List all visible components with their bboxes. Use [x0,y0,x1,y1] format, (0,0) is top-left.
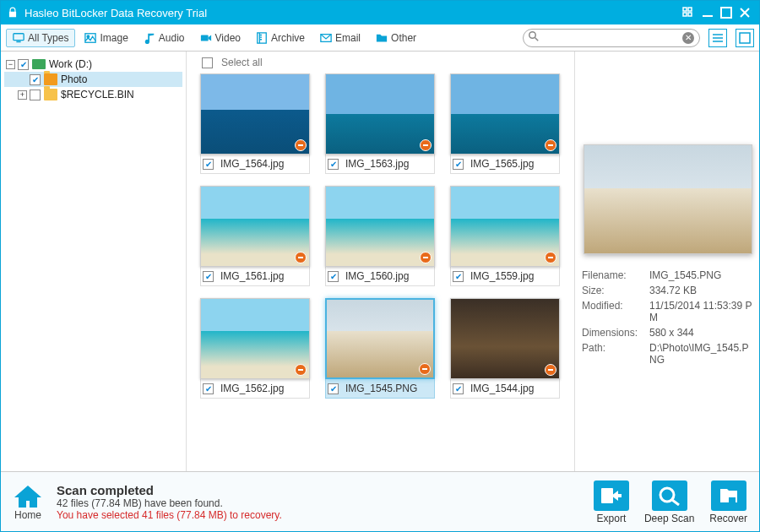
svg-rect-2 [683,13,687,16]
grid-view-icon[interactable] [736,29,754,47]
deep-scan-icon [652,480,687,511]
thumbnail-image[interactable] [325,298,435,379]
thumbnail-item[interactable]: IMG_1559.jpg [450,186,560,286]
checkbox[interactable] [202,57,213,68]
thumbnail-filename: IMG_1559.jpg [470,270,534,282]
preview-pane: Filename:IMG_1545.PNGSize:334.72 KBModif… [575,52,759,471]
warning-badge-icon [295,139,307,151]
export-button[interactable]: Export [594,480,629,524]
filter-label: Other [391,32,416,44]
thumbnail-image[interactable] [450,73,560,155]
music-note-icon [144,32,155,44]
archive-icon [256,32,268,44]
thumbnail-image[interactable] [200,186,310,267]
thumbnail-name-row: IMG_1545.PNG [325,379,435,399]
thumbnail-grid[interactable]: IMG_1564.jpgIMG_1563.jpgIMG_1565.jpgIMG_… [187,73,574,471]
folder-icon [376,32,388,44]
preview-image [584,144,752,254]
meta-row: Dimensions:580 x 344 [582,327,752,339]
checkbox[interactable] [453,271,464,282]
svg-rect-0 [683,8,687,11]
warning-badge-icon [295,364,307,376]
thumbnail-item[interactable]: IMG_1561.jpg [200,186,310,286]
thumbnail-item[interactable]: IMG_1565.jpg [450,73,560,174]
checkbox[interactable] [18,59,29,70]
filter-archive[interactable]: Archive [250,30,311,46]
home-button[interactable]: Home [13,484,43,521]
checkbox[interactable] [328,271,339,282]
filter-label: All Types [28,32,68,44]
thumbnail-item[interactable]: IMG_1563.jpg [325,73,435,174]
svg-rect-4 [703,15,713,17]
tree-folder-photo[interactable]: Photo [4,72,182,87]
warning-badge-icon [420,252,432,263]
warning-badge-icon [295,252,307,263]
thumbnail-filename: IMG_1560.jpg [345,270,409,282]
thumbnail-image[interactable] [450,186,560,267]
thumbnail-image[interactable] [325,186,435,267]
monitor-icon [13,32,24,44]
thumbnail-filename: IMG_1561.jpg [220,270,284,282]
thumbnail-item[interactable]: IMG_1562.jpg [200,298,310,399]
checkbox[interactable] [203,271,214,282]
thumbnail-item[interactable]: IMG_1545.PNG [325,298,435,399]
svg-rect-7 [16,41,20,42]
search-box[interactable]: ✕ [523,29,700,47]
search-input[interactable] [542,32,682,44]
meta-key: Filename: [582,269,649,281]
checkbox[interactable] [30,90,41,100]
filter-image[interactable]: Image [79,30,133,46]
thumbnail-filename: IMG_1564.jpg [220,158,284,170]
thumbnail-image[interactable] [200,73,310,155]
tree-folder-recycle[interactable]: + $RECYCLE.BIN [4,87,182,102]
thumbnail-filename: IMG_1565.jpg [470,158,534,170]
folder-icon [44,89,57,100]
filter-label: Archive [271,32,305,44]
folder-icon [44,73,57,85]
filter-email[interactable]: Email [314,30,366,46]
thumbnail-item[interactable]: IMG_1564.jpg [200,73,310,174]
tree-drive[interactable]: − Work (D:) [4,57,182,72]
maximize-icon[interactable] [717,3,736,22]
checkbox[interactable] [328,159,339,170]
minimize-icon[interactable] [698,3,717,22]
filter-all-types[interactable]: All Types [6,29,75,47]
checkbox[interactable] [328,383,339,394]
menu-icon[interactable] [680,3,698,22]
filter-other[interactable]: Other [370,30,422,46]
clear-icon[interactable]: ✕ [682,32,694,44]
checkbox[interactable] [453,159,464,170]
list-view-icon[interactable] [708,29,727,47]
checkbox[interactable] [203,159,214,170]
warning-badge-icon [545,139,556,151]
thumbnail-image[interactable] [450,298,560,379]
svg-point-16 [660,488,674,502]
filter-video[interactable]: Video [194,30,247,46]
email-icon [320,32,332,44]
select-all-row[interactable]: Select all [187,52,574,73]
close-icon[interactable] [736,3,754,22]
filter-label: Image [100,32,128,44]
meta-value: 11/15/2014 11:53:39 PM [649,300,752,323]
meta-row: Path:D:\Photo\IMG_1545.PNG [582,342,752,366]
status-heading: Scan completed [57,483,578,497]
expand-icon[interactable]: + [18,90,27,100]
filter-audio[interactable]: Audio [138,30,191,46]
checkbox[interactable] [203,383,214,394]
drive-icon [32,59,46,69]
svg-rect-17 [729,497,736,502]
checkbox[interactable] [30,74,41,85]
thumbnail-name-row: IMG_1563.jpg [325,155,435,174]
thumbnail-item[interactable]: IMG_1560.jpg [325,186,435,286]
thumbnail-item[interactable]: IMG_1544.jpg [450,298,560,399]
meta-row: Size:334.72 KB [582,285,752,296]
thumbnail-image[interactable] [200,298,310,379]
checkbox[interactable] [453,383,464,394]
filter-label: Video [215,32,241,44]
thumbnail-image[interactable] [325,73,435,155]
thumbnail-name-row: IMG_1560.jpg [325,267,435,286]
meta-key: Size: [582,285,649,296]
recover-button[interactable]: Recover [709,480,747,524]
collapse-icon[interactable]: − [6,60,15,69]
deep-scan-button[interactable]: Deep Scan [644,480,694,524]
